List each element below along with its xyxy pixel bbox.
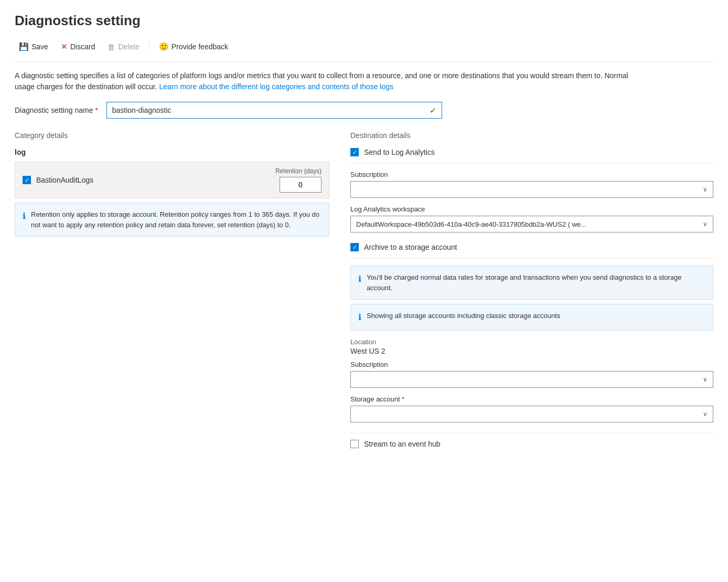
destination-details-title: Destination details (350, 131, 713, 140)
log-analytics-section: ✓ Send to Log Analytics Subscription ∨ L… (350, 148, 713, 232)
info-icon: ℹ (23, 210, 26, 230)
delete-button: 🗑 Delete (103, 40, 143, 54)
dropdown-chevron-2: ∨ (703, 220, 708, 228)
feedback-icon: 🙂 (159, 42, 169, 51)
info-icon-2: ℹ (358, 273, 361, 293)
log-analytics-workspace-value: DefaultWorkspace-49b503d6-410a-40c9-ae40… (356, 220, 703, 228)
storage-account-dropdown[interactable]: ∨ (350, 406, 713, 422)
description: A diagnostic setting specifies a list of… (15, 70, 644, 92)
storage-subscription-field: Subscription ∨ (350, 361, 713, 388)
category-details-title: Category details (15, 131, 329, 140)
setting-name-label: Diagnostic setting name * (15, 106, 98, 114)
storage-account-label: Archive to a storage account (364, 243, 457, 251)
toolbar: 💾 Save ✕ Discard 🗑 Delete 🙂 Provide feed… (15, 39, 713, 62)
location-row: Location West US 2 (350, 338, 713, 355)
retention-days-input[interactable] (280, 177, 322, 193)
retention-info-box: ℹ Retention only applies to storage acco… (15, 203, 329, 237)
log-section-label: log (15, 148, 329, 156)
bastion-audit-logs-row: ✓ BastionAuditLogs Retention (days) (15, 162, 329, 198)
bastion-audit-logs-checkbox[interactable]: ✓ (23, 176, 31, 184)
category-details-column: Category details log ✓ BastionAuditLogs … (15, 131, 329, 448)
learn-more-link[interactable]: Learn more about the different log categ… (159, 82, 393, 91)
discard-icon: ✕ (61, 42, 68, 51)
log-analytics-checkbox[interactable]: ✓ (350, 148, 359, 156)
event-hub-section: Stream to an event hub (350, 433, 713, 448)
retention-label: Retention (days) (275, 167, 322, 175)
log-analytics-label: Send to Log Analytics (364, 148, 435, 156)
retention-info-text: Retention only applies to storage accoun… (31, 209, 322, 230)
save-button[interactable]: 💾 Save (15, 39, 52, 54)
dropdown-chevron-3: ∨ (703, 376, 708, 383)
page-title: Diagnostics setting (15, 13, 713, 29)
storage-account-checkbox[interactable]: ✓ (350, 243, 359, 251)
event-hub-label: Stream to an event hub (364, 440, 441, 448)
storage-subscription-label: Subscription (350, 361, 713, 368)
dropdown-chevron-4: ∨ (703, 410, 708, 418)
feedback-button[interactable]: 🙂 Provide feedback (155, 39, 232, 54)
location-label: Location (350, 338, 713, 346)
log-analytics-subscription-field: Subscription ∨ (350, 171, 713, 198)
discard-button[interactable]: ✕ Discard (57, 39, 99, 54)
storage-account-field-label: Storage account * (350, 395, 713, 403)
valid-checkmark: ✓ (430, 105, 436, 115)
delete-icon: 🗑 (108, 43, 115, 51)
event-hub-checkbox[interactable] (350, 440, 359, 448)
two-col-layout: Category details log ✓ BastionAuditLogs … (15, 131, 713, 448)
storage-charge-info-box: ℹ You'll be charged normal data rates fo… (350, 266, 713, 300)
destination-details-column: Destination details ✓ Send to Log Analyt… (350, 131, 713, 448)
toolbar-separator (149, 41, 149, 52)
storage-charge-info-text: You'll be charged normal data rates for … (367, 272, 705, 293)
bastion-audit-logs-label: BastionAuditLogs (36, 176, 93, 184)
log-analytics-workspace-field: Log Analytics workspace DefaultWorkspace… (350, 205, 713, 232)
log-analytics-workspace-label: Log Analytics workspace (350, 205, 713, 213)
log-analytics-subscription-dropdown[interactable]: ∨ (350, 181, 713, 198)
storage-account-section: ✓ Archive to a storage account ℹ You'll … (350, 243, 713, 422)
log-analytics-workspace-dropdown[interactable]: DefaultWorkspace-49b503d6-410a-40c9-ae40… (350, 216, 713, 232)
storage-subscription-dropdown[interactable]: ∨ (350, 371, 713, 388)
location-value: West US 2 (350, 347, 713, 355)
diagnostic-setting-name-field[interactable]: bastion-diagnostic ✓ (106, 102, 442, 119)
save-icon: 💾 (19, 42, 29, 51)
setting-name-row: Diagnostic setting name * bastion-diagno… (15, 102, 713, 119)
info-icon-3: ℹ (358, 311, 361, 324)
log-analytics-subscription-label: Subscription (350, 171, 713, 178)
storage-account-field: Storage account * ∨ (350, 395, 713, 422)
storage-classic-info-text: Showing all storage accounts including c… (367, 311, 560, 324)
storage-classic-info-box: ℹ Showing all storage accounts including… (350, 304, 713, 331)
dropdown-chevron: ∨ (703, 186, 708, 193)
